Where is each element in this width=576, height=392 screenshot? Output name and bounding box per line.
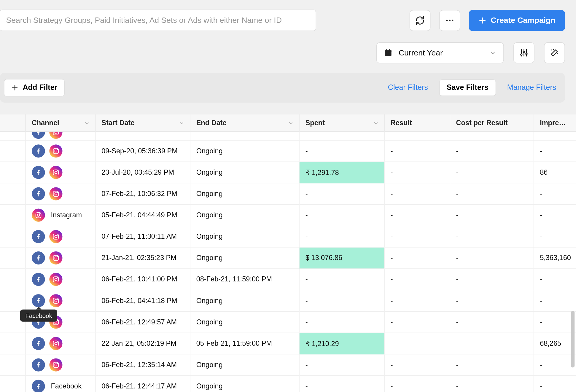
column-label: End Date [196, 119, 227, 126]
cell-end-date: Ongoing [190, 183, 299, 205]
facebook-icon [32, 230, 45, 243]
scrollbar-thumb[interactable] [571, 311, 575, 367]
cell-impressions: 86 [534, 162, 576, 183]
svg-point-31 [57, 192, 58, 192]
cell-impressions: - [534, 269, 576, 290]
instagram-icon [49, 273, 62, 286]
cell-spent: - [299, 290, 384, 311]
cell-result: - [384, 269, 450, 290]
svg-point-1 [449, 20, 450, 21]
table-row[interactable]: Facebook06-Feb-21, 12:44:17 AMOngoing---… [0, 376, 576, 392]
manage-filters-link[interactable]: Manage Filters [507, 83, 556, 92]
column-header-cost-per-result[interactable]: Cost per Result [450, 114, 534, 132]
date-range-picker[interactable]: Current Year [376, 42, 504, 63]
save-filters-button[interactable]: Save Filters [439, 79, 496, 96]
cell-cost-per-result: - [450, 290, 534, 311]
svg-point-33 [37, 214, 39, 216]
cell-impressions: 68,265 [534, 333, 576, 354]
facebook-icon [32, 166, 45, 179]
cell-start-date: 06-Feb-21, 04:41:18 PM [95, 290, 190, 311]
svg-point-49 [57, 320, 58, 321]
cell-end-date: Ongoing [190, 140, 299, 162]
cell-cost-per-result: - [450, 269, 534, 290]
cell-spent: - [299, 376, 384, 392]
date-range-label: Current Year [399, 48, 489, 58]
chevron-down-icon [373, 120, 379, 126]
search-input[interactable] [0, 9, 316, 31]
svg-point-28 [57, 170, 58, 171]
cell-result: - [384, 140, 450, 162]
cell-result: - [384, 226, 450, 247]
column-header-result[interactable]: Result [384, 114, 450, 132]
instagram-icon [49, 187, 62, 200]
table-row[interactable]: 23-Jul-20, 03:45:29 PMOngoing₹ 1,291.78-… [0, 162, 576, 183]
column-header-start-date[interactable]: Start Date [95, 114, 190, 132]
cell-end-date: Ongoing [190, 162, 299, 183]
column-header-impressions[interactable]: Impre… [534, 114, 576, 132]
instagram-icon [49, 358, 62, 372]
cell-end-date: Ongoing [190, 311, 299, 333]
cell-result: - [384, 333, 450, 354]
cell-result: - [384, 354, 450, 376]
facebook-icon [32, 144, 45, 157]
column-header-spent[interactable]: Spent [299, 114, 384, 132]
cell-cost-per-result: - [450, 354, 534, 376]
create-campaign-button[interactable]: Create Campaign [469, 10, 565, 31]
cell-end-date: Ongoing [190, 376, 299, 392]
cell-result: - [384, 183, 450, 205]
column-label: Start Date [101, 119, 134, 126]
column-label: Impre… [540, 119, 566, 126]
svg-point-36 [55, 235, 57, 238]
cell-start-date: 22-Jan-21, 05:02:19 PM [95, 333, 190, 354]
column-label: Result [391, 119, 412, 126]
calendar-icon [384, 48, 392, 57]
table-row[interactable]: 06-Feb-21, 04:41:18 PMOngoing---- [0, 290, 576, 311]
column-header-channel[interactable]: Channel [25, 114, 95, 132]
svg-point-46 [57, 299, 58, 299]
facebook-icon [32, 251, 45, 264]
cell-spent: - [299, 269, 384, 290]
cell-start-date: 07-Feb-21, 11:30:11 AM [95, 226, 190, 247]
plus-icon [11, 84, 18, 91]
instagram-icon [49, 230, 62, 243]
cell-end-date: Ongoing [190, 247, 299, 269]
cell-cost-per-result: - [450, 311, 534, 333]
table-row[interactable] [0, 132, 576, 140]
more-options-button[interactable] [439, 10, 460, 31]
clear-filters-link[interactable]: Clear Filters [388, 83, 428, 92]
cell-impressions: - [534, 226, 576, 247]
svg-point-27 [55, 171, 57, 174]
magic-button[interactable] [544, 42, 565, 63]
refresh-button[interactable] [410, 10, 431, 31]
chevron-down-icon [489, 49, 497, 56]
magic-wand-icon [550, 48, 559, 57]
table-row[interactable]: 06-Feb-21, 10:41:00 PM08-Feb-21, 11:59:0… [0, 269, 576, 290]
table-row[interactable]: 07-Feb-21, 10:06:32 PMOngoing---- [0, 183, 576, 205]
cell-impressions: - [534, 290, 576, 311]
table-row[interactable]: 06-Feb-21, 12:35:14 AMOngoing---- [0, 354, 576, 376]
table-row[interactable]: 21-Jan-21, 02:35:23 PMOngoing$ 13,076.86… [0, 247, 576, 269]
plus-icon [478, 16, 486, 24]
svg-point-51 [55, 342, 57, 345]
chevron-down-icon [84, 120, 90, 126]
table-row[interactable]: 06-Feb-21, 12:49:57 AMOngoing---- [0, 311, 576, 333]
cell-result: - [384, 205, 450, 226]
svg-point-54 [55, 364, 57, 366]
chevron-down-icon [178, 120, 184, 126]
instagram-icon [49, 144, 62, 157]
cell-start-date: 23-Jul-20, 03:45:29 PM [95, 162, 190, 183]
table-row[interactable]: 22-Jan-21, 05:02:19 PM05-Feb-21, 11:59:0… [0, 333, 576, 354]
cell-start-date: 06-Feb-21, 12:49:57 AM [95, 311, 190, 333]
svg-point-0 [446, 20, 448, 21]
cell-end-date: Ongoing [190, 354, 299, 376]
table-row[interactable]: Instagram05-Feb-21, 04:44:49 PMOngoing--… [0, 205, 576, 226]
table-row[interactable]: 09-Sep-20, 05:36:39 PMOngoing---- [0, 140, 576, 162]
add-filter-button[interactable]: Add Filter [4, 79, 65, 96]
table-row[interactable]: 07-Feb-21, 11:30:11 AMOngoing---- [0, 226, 576, 247]
instagram-icon [49, 337, 62, 350]
cell-cost-per-result: - [450, 183, 534, 205]
svg-point-52 [57, 342, 58, 342]
columns-button[interactable] [513, 42, 534, 63]
column-header-end-date[interactable]: End Date [190, 114, 299, 132]
more-horizontal-icon [445, 15, 454, 25]
